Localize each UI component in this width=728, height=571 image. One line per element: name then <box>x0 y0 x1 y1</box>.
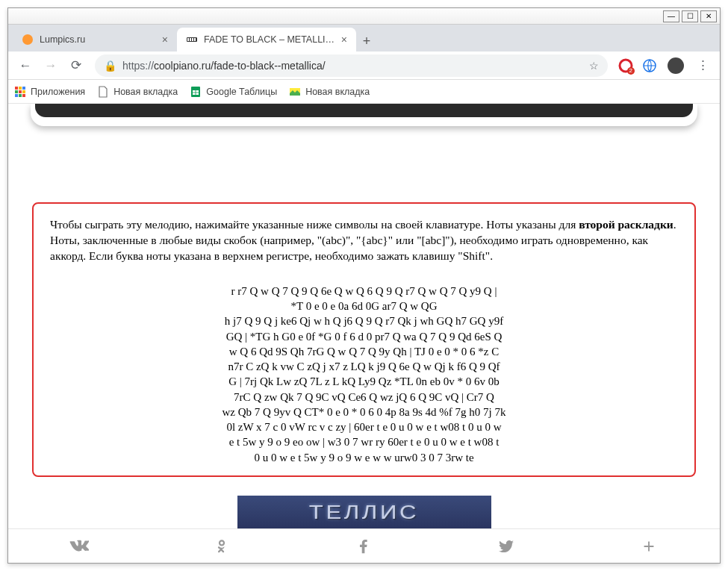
share-facebook-button[interactable] <box>293 529 435 563</box>
instruction-bold: второй раскладки <box>579 218 673 231</box>
close-tab-icon[interactable]: × <box>341 34 347 46</box>
svg-rect-12 <box>19 90 22 93</box>
svg-rect-13 <box>22 90 25 93</box>
extension-globe-icon[interactable] <box>642 58 657 73</box>
close-window-button[interactable]: ✕ <box>700 10 717 22</box>
page-icon <box>97 86 109 98</box>
share-vk-button[interactable] <box>8 529 151 563</box>
bookmarks-bar: Приложения Новая вкладка Google Таблицы … <box>8 80 720 104</box>
device-frame-bottom <box>31 104 697 126</box>
forward-button[interactable]: → <box>40 54 62 77</box>
svg-rect-9 <box>19 87 22 90</box>
apps-icon <box>14 86 26 98</box>
url-scheme: https:// <box>122 60 154 72</box>
svg-rect-14 <box>15 94 18 97</box>
sheets-icon <box>190 86 202 98</box>
album-art: ТЕЛЛИС <box>237 496 491 528</box>
bookmark-label: Google Таблицы <box>206 87 277 97</box>
bookmark-star-icon[interactable]: ☆ <box>589 60 599 72</box>
svg-point-0 <box>22 34 33 45</box>
browser-toolbar: ← → ⟳ 🔒 https://coolpiano.ru/fade-to-bla… <box>8 52 720 80</box>
profile-avatar[interactable] <box>668 57 684 74</box>
album-art-text: ТЕЛЛИС <box>309 501 419 524</box>
reload-button[interactable]: ⟳ <box>65 54 87 77</box>
bookmark-newtab-2[interactable]: Новая вкладка <box>289 86 370 98</box>
tab-strip: Lumpics.ru × FADE TO BLACK – METALLICA. … <box>8 25 720 52</box>
extension-opera-icon[interactable]: 2 <box>618 58 633 73</box>
svg-rect-3 <box>190 38 191 41</box>
favicon-icon <box>186 34 198 46</box>
svg-rect-5 <box>194 38 196 41</box>
bookmark-apps[interactable]: Приложения <box>14 86 85 98</box>
lock-icon: 🔒 <box>104 60 116 72</box>
browser-tab-active[interactable]: FADE TO BLACK – METALLICA. Н × <box>177 28 356 52</box>
share-more-button[interactable] <box>577 529 720 563</box>
bookmark-label: Приложения <box>31 87 85 97</box>
image-icon <box>289 86 301 98</box>
svg-rect-4 <box>192 38 193 41</box>
bookmark-label: Новая вкладка <box>305 87 370 97</box>
address-bar[interactable]: 🔒 https://coolpiano.ru/fade-to-black--me… <box>95 54 608 77</box>
piano-notes: r r7 Q w Q 7 Q 9 Q 6e Q w Q 6 Q 9 Q r7 Q… <box>50 284 678 465</box>
share-twitter-button[interactable] <box>435 529 578 563</box>
new-tab-button[interactable]: + <box>356 31 377 52</box>
svg-rect-16 <box>22 94 25 97</box>
favicon-icon <box>22 34 34 46</box>
bookmark-newtab-1[interactable]: Новая вкладка <box>97 86 178 98</box>
bookmark-sheets[interactable]: Google Таблицы <box>190 86 277 98</box>
svg-rect-8 <box>15 87 18 90</box>
svg-rect-15 <box>19 94 22 97</box>
browser-tab-lumpics[interactable]: Lumpics.ru × <box>13 28 177 52</box>
share-bar <box>8 528 720 563</box>
instruction-text: Чтобы сыграть эту мелодию, нажимайте ука… <box>50 217 678 264</box>
svg-rect-2 <box>187 38 189 41</box>
close-tab-icon[interactable]: × <box>162 34 168 46</box>
bookmark-label: Новая вкладка <box>113 87 178 97</box>
instruction-pre: Чтобы сыграть эту мелодию, нажимайте ука… <box>50 218 579 231</box>
svg-rect-11 <box>15 90 18 93</box>
tab-title: FADE TO BLACK – METALLICA. Н <box>204 34 335 45</box>
url-text: coolpiano.ru/fade-to-black--metallica/ <box>154 60 326 72</box>
maximize-button[interactable]: ☐ <box>682 10 698 22</box>
back-button[interactable]: ← <box>14 54 37 77</box>
tab-title: Lumpics.ru <box>40 34 156 45</box>
menu-button[interactable]: ⋮ <box>691 54 714 77</box>
share-ok-button[interactable] <box>151 529 293 563</box>
window-titlebar: — ☐ ✕ <box>8 8 720 25</box>
highlighted-region: Чтобы сыграть эту мелодию, нажимайте ука… <box>32 202 696 477</box>
page-content: Чтобы сыграть эту мелодию, нажимайте ука… <box>8 104 720 528</box>
svg-rect-10 <box>22 87 25 90</box>
extension-badge: 2 <box>627 67 635 75</box>
minimize-button[interactable]: — <box>663 10 679 22</box>
